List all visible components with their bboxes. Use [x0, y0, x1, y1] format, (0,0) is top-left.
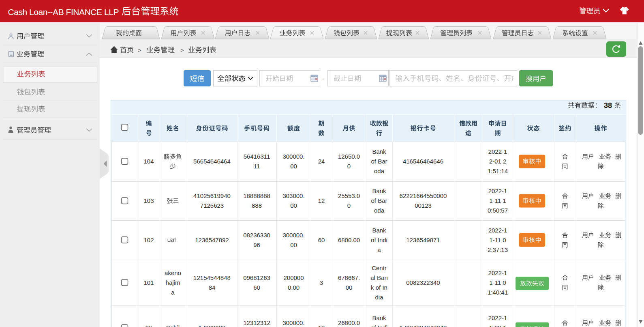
svg-text:Bank: Bank	[372, 314, 386, 321]
svg-text:12312312: 12312312	[243, 319, 270, 326]
svg-text:7125623: 7125623	[200, 202, 224, 209]
svg-text:1236549871: 1236549871	[406, 237, 440, 243]
svg-text:00: 00	[290, 163, 297, 170]
svg-text:300000.: 300000.	[282, 153, 304, 160]
svg-text:84: 84	[209, 284, 216, 291]
svg-text:104: 104	[143, 158, 154, 165]
svg-text:17293030: 17293030	[199, 324, 226, 327]
svg-text:a: a	[171, 289, 175, 296]
svg-text:96: 96	[145, 324, 152, 327]
svg-text:60: 60	[253, 284, 260, 291]
svg-text:1-11 0: 1-11 0	[489, 279, 506, 286]
svg-text:888: 888	[252, 202, 262, 209]
svg-text:0:50:57: 0:50:57	[488, 207, 508, 214]
svg-text:-: -	[322, 75, 325, 82]
svg-text:dia: dia	[375, 294, 383, 301]
svg-text:303000.: 303000.	[282, 192, 304, 199]
svg-text:1-09 1: 1-09 1	[489, 324, 507, 327]
svg-text:416546464646: 416546464646	[403, 158, 443, 165]
svg-text:300000.: 300000.	[282, 319, 304, 326]
svg-text:oda: oda	[374, 168, 385, 174]
svg-text:12: 12	[318, 324, 325, 327]
svg-text:24: 24	[318, 158, 325, 165]
svg-text:1:51:14: 1:51:14	[488, 168, 508, 174]
svg-text:25553.0: 25553.0	[338, 192, 360, 199]
svg-text:200000: 200000	[283, 274, 304, 281]
svg-text:56416311: 56416311	[244, 153, 270, 160]
svg-text:12650.0: 12650.0	[338, 153, 360, 160]
svg-text:oda: oda	[374, 207, 385, 214]
svg-text:102: 102	[143, 237, 154, 243]
svg-text:60: 60	[318, 237, 325, 243]
svg-text:of Bar: of Bar	[371, 158, 387, 165]
svg-text:1236547892: 1236547892	[195, 237, 229, 243]
svg-text:3: 3	[320, 279, 323, 286]
svg-text:00: 00	[346, 284, 353, 291]
svg-text:96: 96	[253, 241, 260, 248]
svg-text:0: 0	[347, 163, 351, 170]
svg-text:103: 103	[143, 197, 154, 204]
svg-text:akeno: akeno	[165, 269, 181, 276]
svg-text:09681263: 09681263	[243, 274, 270, 281]
svg-text:>: >	[138, 47, 141, 54]
svg-text:41025619940: 41025619940	[193, 192, 231, 199]
svg-text:al Ban: al Ban	[370, 274, 388, 281]
svg-text:1-11 1: 1-11 1	[489, 197, 506, 204]
svg-text:26800.0: 26800.0	[338, 319, 360, 326]
svg-text:2022-1: 2022-1	[488, 148, 507, 155]
svg-text:0.00: 0.00	[288, 284, 300, 291]
svg-text:12154544848: 12154544848	[193, 274, 231, 281]
svg-text:00123: 00123	[415, 202, 432, 209]
svg-text:Bank: Bank	[372, 187, 386, 194]
svg-text:38: 38	[604, 101, 612, 110]
svg-text:56654646464: 56654646464	[193, 158, 231, 165]
svg-text:2022-1: 2022-1	[488, 187, 507, 194]
svg-text:6800.00: 6800.00	[338, 237, 360, 243]
svg-text:of Indi: of Indi	[371, 324, 387, 327]
svg-text:Bank: Bank	[372, 227, 386, 234]
svg-text:of Indi: of Indi	[371, 237, 387, 243]
svg-text:11: 11	[254, 163, 260, 170]
svg-text:Bank: Bank	[372, 148, 386, 155]
svg-text:Centr: Centr	[372, 265, 387, 271]
svg-text:2:37:13: 2:37:13	[488, 246, 508, 253]
svg-text:00: 00	[290, 241, 297, 248]
svg-text:300000.: 300000.	[282, 232, 304, 239]
svg-text:678667.: 678667.	[338, 274, 360, 281]
svg-text:2022-1: 2022-1	[488, 269, 507, 276]
svg-text:08236330: 08236330	[243, 232, 270, 239]
svg-text:of Bar: of Bar	[371, 197, 387, 204]
svg-text:101: 101	[143, 279, 154, 286]
svg-text:2022-1: 2022-1	[488, 314, 507, 321]
svg-text:00: 00	[290, 202, 297, 209]
svg-text:a: a	[377, 246, 381, 253]
svg-text:18888888: 18888888	[243, 192, 270, 199]
svg-text:12: 12	[318, 197, 325, 204]
svg-text:Cash Loan--AB FINANCE LLP: Cash Loan--AB FINANCE LLP	[8, 7, 119, 17]
svg-text:1:40:41: 1:40:41	[488, 289, 508, 296]
svg-text:62221664550000: 62221664550000	[400, 192, 447, 199]
svg-text:1-11 0: 1-11 0	[489, 237, 506, 243]
svg-text:0082322340: 0082322340	[406, 279, 440, 286]
svg-text:2-01 2: 2-01 2	[489, 158, 507, 165]
svg-text:k of In: k of In	[371, 284, 387, 291]
svg-text:2022-1: 2022-1	[488, 227, 507, 234]
svg-text:hajim: hajim	[166, 279, 180, 286]
svg-text:>: >	[180, 47, 184, 54]
svg-text:0: 0	[347, 202, 351, 209]
svg-text:17384884848848: 17384884848848	[400, 324, 447, 327]
svg-text:Sahil: Sahil	[166, 324, 180, 327]
